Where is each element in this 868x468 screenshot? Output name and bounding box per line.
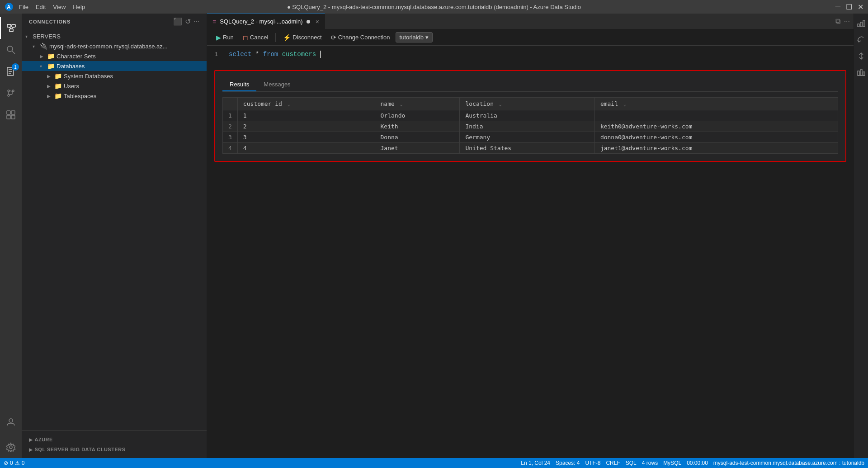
change-connection-button[interactable]: ⟳ Change Connection: [327, 33, 394, 43]
titlebar-controls: ─ ☐ ✕: [835, 3, 863, 11]
status-position[interactable]: Ln 1, Col 24: [521, 460, 550, 466]
sidebar-item-extensions[interactable]: [0, 104, 22, 126]
results-tab-results[interactable]: Results: [222, 78, 256, 91]
query-tab[interactable]: ≡ SQLQuery_2 - mysql-...oadmin) ×: [207, 14, 325, 29]
menu-help[interactable]: Help: [73, 4, 85, 10]
servers-section-header[interactable]: ▾ SERVERS: [22, 31, 207, 41]
more-tab-actions-icon[interactable]: ···: [844, 17, 850, 25]
menu-edit[interactable]: Edit: [36, 4, 46, 10]
results-tabs: Results Messages: [222, 78, 838, 92]
system-databases-node[interactable]: ▶ 📁 System Databases: [22, 71, 207, 81]
databases-node[interactable]: ▾ 📁 Databases: [22, 61, 207, 71]
status-errors[interactable]: ⊘ 0 ⚠ 0: [4, 460, 24, 466]
tab-bar: ≡ SQLQuery_2 - mysql-...oadmin) × ⧉ ···: [207, 14, 854, 29]
disconnect-button[interactable]: ⚡ Disconnect: [279, 33, 325, 43]
databases-label: Databases: [57, 63, 203, 70]
servers-label: SERVERS: [33, 33, 203, 40]
row-1-num: 1: [223, 110, 238, 121]
more-actions-icon[interactable]: ···: [193, 17, 199, 26]
users-label: Users: [64, 83, 203, 90]
tab-right-actions: ⧉ ···: [832, 14, 854, 29]
minimize-button[interactable]: ─: [835, 3, 840, 11]
row-4-email: janet1@adventure-works.com: [594, 143, 838, 154]
database-dropdown[interactable]: tutorialdb ▾: [396, 32, 433, 43]
titlebar-left: A File Edit View Help: [5, 2, 85, 11]
col-location-label: location: [465, 100, 494, 107]
right-panel-bar-chart-icon[interactable]: [855, 66, 868, 79]
menu-view[interactable]: View: [53, 4, 66, 10]
sidebar-item-connections[interactable]: [0, 17, 22, 39]
cancel-button[interactable]: ◻ Cancel: [239, 33, 272, 43]
svg-point-7: [7, 46, 13, 52]
status-encoding[interactable]: UTF-8: [585, 460, 600, 466]
row-1-email: [594, 110, 838, 121]
sidebar-actions: ⬛ ↺ ···: [173, 17, 199, 26]
titlebar: A File Edit View Help ● SQLQuery_2 - mys…: [0, 0, 868, 14]
time-label: 00:00:00: [687, 460, 708, 466]
col-customer-id-label: customer_id: [243, 100, 282, 107]
status-line-ending[interactable]: CRLF: [606, 460, 620, 466]
svg-rect-27: [858, 71, 859, 76]
run-icon: ▶: [216, 34, 221, 41]
table-row: 2 2 Keith India keith0@adventure-works.c…: [223, 121, 838, 132]
status-language[interactable]: SQL: [626, 460, 637, 466]
tab-close-button[interactable]: ×: [316, 18, 319, 25]
status-db-engine[interactable]: MySQL: [663, 460, 681, 466]
character-sets-node[interactable]: ▶ 📁 Character Sets: [22, 51, 207, 61]
status-time[interactable]: 00:00:00: [687, 460, 708, 466]
run-button[interactable]: ▶ Run: [212, 33, 237, 43]
sidebar-item-search[interactable]: [0, 39, 22, 61]
maximize-button[interactable]: ☐: [846, 3, 852, 11]
disconnect-label: Disconnect: [292, 34, 321, 41]
right-panel-arrows-icon[interactable]: [855, 50, 868, 62]
row-1-name: Orlando: [375, 110, 460, 121]
azure-label: AZURE: [35, 437, 53, 442]
run-label: Run: [223, 34, 234, 41]
col-sort-icon-email[interactable]: ⌄: [623, 102, 626, 107]
server-node[interactable]: ▾ 🔌 mysql-ads-test-common.mysql.database…: [22, 41, 207, 51]
editor-scrollbar[interactable]: [847, 46, 854, 63]
split-editor-icon[interactable]: ⧉: [835, 17, 840, 25]
status-spaces[interactable]: Spaces: 4: [556, 460, 580, 466]
collapse-all-icon[interactable]: ⬛: [173, 17, 182, 26]
sidebar-item-notebooks[interactable]: [0, 61, 22, 82]
results-tab-messages[interactable]: Messages: [256, 78, 297, 91]
code-editor[interactable]: 1 select * from customers: [207, 46, 854, 63]
character-sets-arrow: ▶: [40, 54, 47, 59]
svg-rect-24: [860, 22, 862, 27]
warning-icon: ⚠: [15, 460, 20, 466]
error-count: 0: [10, 460, 13, 466]
col-header-location[interactable]: location ⌄: [460, 98, 594, 110]
svg-rect-28: [860, 70, 862, 76]
sidebar-item-git[interactable]: [0, 82, 22, 104]
status-connection[interactable]: mysql-ads-test-common.mysql.database.azu…: [713, 460, 864, 466]
col-sort-icon-customer-id[interactable]: ⌄: [288, 102, 290, 107]
sidebar-item-settings[interactable]: [0, 436, 22, 458]
col-sort-icon-name[interactable]: ⌄: [400, 102, 403, 107]
right-panel-refresh-icon[interactable]: [855, 33, 868, 46]
results-area: Results Messages customer_id ⌄: [207, 63, 854, 458]
svg-rect-23: [858, 24, 859, 27]
close-button[interactable]: ✕: [858, 3, 863, 11]
azure-section[interactable]: ▶ AZURE: [22, 435, 207, 444]
col-header-rownum[interactable]: [223, 98, 238, 110]
sidebar: CONNECTIONS ⬛ ↺ ··· ▾ SERVERS ▾ 🔌 mysql-…: [22, 14, 207, 458]
right-panel-chart-icon[interactable]: [855, 17, 868, 30]
col-header-customer-id[interactable]: customer_id ⌄: [237, 98, 375, 110]
status-rows[interactable]: 4 rows: [642, 460, 658, 466]
tablespaces-node[interactable]: ▶ 📁 Tablespaces: [22, 91, 207, 101]
menu-file[interactable]: File: [19, 4, 28, 10]
sql-big-data-section[interactable]: ▶ SQL SERVER BIG DATA CLUSTERS: [22, 444, 207, 454]
results-container: Results Messages customer_id ⌄: [214, 70, 846, 162]
refresh-icon[interactable]: ↺: [185, 17, 191, 26]
tablespaces-arrow: ▶: [47, 94, 54, 99]
text-cursor: [320, 51, 321, 58]
col-header-name[interactable]: name ⌄: [375, 98, 460, 110]
row-2-num: 2: [223, 121, 238, 132]
col-name-label: name: [381, 100, 395, 107]
col-sort-icon-location[interactable]: ⌄: [499, 102, 502, 107]
col-header-email[interactable]: email ⌄: [594, 98, 838, 110]
cancel-icon: ◻: [243, 34, 248, 41]
sidebar-item-account[interactable]: [0, 411, 22, 433]
users-node[interactable]: ▶ 📁 Users: [22, 81, 207, 91]
